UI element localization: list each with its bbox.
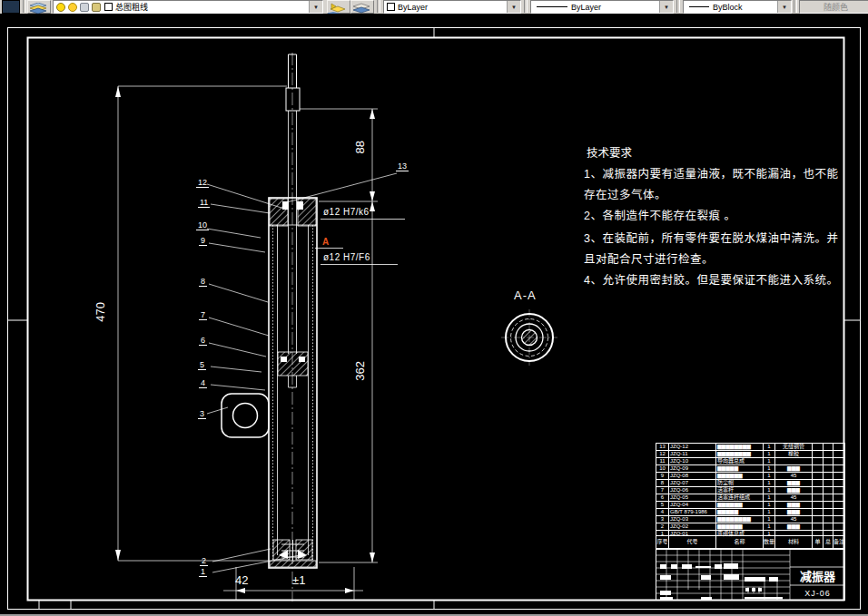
lineweight-sample-icon [689,6,709,7]
tech-requirement-line: 存在过多气体。 [584,185,666,202]
plotstyle-value: 随颜色 [824,1,848,13]
chevron-down-icon[interactable]: ▼ [507,1,520,13]
dim-rod-top: 88 [353,141,367,153]
lock-icon[interactable] [80,3,89,12]
table-row: 10JZQ-09▆▆▆▆▆1▆▆▆ [656,465,844,473]
layer-previous-icon [351,3,371,14]
lightbulb-icon[interactable] [56,3,65,12]
table-row: 2JZQ-02▆▆▆▆▆▆1▆▆▆ [656,523,844,531]
callout-2: 2 [200,556,208,566]
callout-11: 11 [198,198,210,208]
dim-overall-height: 470 [94,302,107,322]
top-toolbar: 总图粗线 ▼ ByLayer ▼ ByLayer ▼ [0,0,868,14]
callout-8: 8 [199,277,207,287]
callout-13: 13 [396,161,409,171]
table-row: 13JZQ-12▆▆▆▆▆▆▆▆1无缝钢管 [656,444,844,451]
callout-6: 6 [199,336,207,346]
tech-requirements-title: 技术要求 [587,143,632,161]
current-layer-name: 总图粗线 [115,1,148,13]
parts-list-table: 13JZQ-12▆▆▆▆▆▆▆▆1无缝钢管 12JZQ-11▆▆▆▆▆▆▆▆1橡… [656,443,845,536]
callout-4: 4 [199,378,207,388]
layer-previous-button[interactable] [350,0,374,14]
title-block-product-name: 减振器 [790,568,845,585]
plotstyle-control-dropdown: 随颜色 [799,0,868,14]
toolbar-separator [377,0,380,13]
chevron-down-icon[interactable]: ▼ [309,1,322,13]
color-swatch [387,3,395,11]
table-row: 5JZQ-04▆▆▆▆▆▆1▆▆▆ [656,502,844,509]
table-row: 9JZQ-08▆▆▆▆▆▆145 [656,473,844,480]
tech-requirement-line: 且对配合尺寸进行检查。 [584,249,714,267]
table-row: 7JZQ-06活塞杆1▆▆▆ [656,487,844,494]
callout-10: 10 [196,220,209,230]
make-layer-current-button[interactable] [327,0,350,14]
layer-dropdown[interactable]: 总图粗线 ▼ [53,0,323,14]
callout-1: 1 [199,567,207,577]
fit-label-lower: ø12 H7/F6 [323,252,370,262]
toolbar-separator [524,0,528,13]
fit-label-upper: ø12 H7/k6 [323,207,370,217]
toolbar-separator [676,0,680,13]
linetype-sample-icon [537,6,567,7]
tech-requirement-line: 2、各制造件不能存在裂痕 。 [584,206,735,223]
callout-3: 3 [198,409,206,419]
parts-list-header: 序号 代号 名称 数量 材料 单件 总计 备注 [656,536,845,549]
tech-requirement-line: 3、在装配前，所有零件要在脱水煤油中清洗。并 [584,229,838,246]
title-block-drawing-number: XJ-06 [790,587,845,601]
table-row: 6JZQ-05活塞连杆组成145 [656,494,844,502]
tech-requirement-line: 1、减振器内要有适量油液，既不能漏油，也不能 [584,164,838,181]
layers-icon [28,3,48,14]
table-row: 3JZQ-03▆▆▆▆▆▆▆▆145 [656,516,844,523]
section-cut-label: A [322,237,329,247]
linetype-value: ByLayer [571,3,601,12]
sun-freeze-icon[interactable] [68,3,77,12]
autocad-window: { "toolbar": { "layer_combo": { "layer_n… [0,0,868,616]
drawing-canvas[interactable]: 470 88 362 42 ±1 ø12 H7/k6 A ø12 H7/F6 1… [0,14,868,614]
chevron-down-icon[interactable]: ▼ [777,1,791,13]
table-row: 4GB/T 879-1986▆▆▆▆▆1▆▆▆ [656,509,844,516]
layer-color-swatch[interactable] [104,3,113,11]
table-row: 11JZQ-10导向器总成1 [656,458,844,465]
callout-9: 9 [199,236,207,246]
toolbar-separator [23,0,26,13]
pressed-tool-button[interactable] [2,0,20,14]
color-value: ByLayer [398,3,428,12]
layer-manager-button[interactable] [27,0,51,14]
section-view-label: A-A [514,288,537,302]
callout-7: 7 [199,310,207,320]
table-row: 12JZQ-11▆▆▆▆▆▆▆▆1橡胶 [656,451,844,458]
dim-bottom-tolerance: ±1 [292,573,305,587]
lineweight-control-dropdown[interactable]: ByBlock ▼ [683,0,792,14]
dim-bottom-width: 42 [235,573,248,587]
table-row: 8JZQ-07防尘帽1▆▆▆ [656,480,844,487]
layer-arrow-icon [328,3,348,14]
lineweight-value: ByBlock [713,3,743,12]
dim-body-length: 362 [353,361,367,381]
plot-icon[interactable] [92,3,101,12]
toolbar-separator [794,0,797,13]
callout-5: 5 [198,360,206,370]
color-control-dropdown[interactable]: ByLayer ▼ [383,0,521,14]
chevron-down-icon[interactable]: ▼ [659,1,673,13]
tech-requirement-line: 4、允许使用密封胶。但是要保证不能进入系统。 [584,270,838,288]
linetype-control-dropdown[interactable]: ByLayer ▼ [530,0,674,14]
callout-12: 12 [196,178,209,188]
